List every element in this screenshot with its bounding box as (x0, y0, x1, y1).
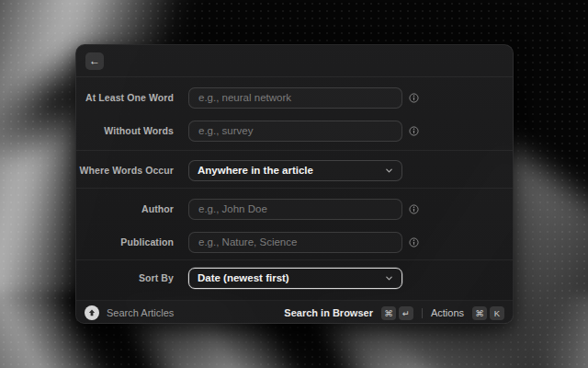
back-arrow-icon: ← (89, 55, 100, 66)
action-bar: Search Articles Search in Browser ⌘ ↵ Ac… (76, 301, 513, 324)
dropdown-value: Anywhere in the article (198, 165, 313, 176)
at-least-one-word-input[interactable] (188, 87, 402, 109)
cmd-key-badge: ⌘ (472, 306, 487, 320)
field-label: Author (76, 203, 174, 214)
field-label: Sort By (76, 272, 174, 283)
raycast-window: ← At Least One Word Without Words (75, 44, 514, 324)
chevron-down-icon (385, 167, 393, 175)
command-title: Search Articles (107, 307, 174, 318)
dropdown-value: Date (newest first) (198, 272, 289, 283)
form-row-at-least-one-word: At Least One Word (76, 81, 513, 114)
actions-menu-button[interactable]: Actions (431, 307, 464, 318)
back-button[interactable]: ← (85, 52, 104, 70)
window-header: ← (76, 45, 513, 77)
search-form: At Least One Word Without Words (76, 77, 513, 301)
where-words-occur-dropdown[interactable]: Anywhere in the article (188, 160, 402, 181)
sort-by-dropdown[interactable]: Date (newest first) (188, 268, 402, 289)
author-input[interactable] (188, 199, 402, 220)
field-label: Where Words Occur (76, 165, 174, 176)
form-row-author: Author (76, 192, 513, 225)
footer-divider (422, 308, 423, 318)
form-row-without-words: Without Words (76, 114, 513, 147)
form-group-sort: Sort By Date (newest first) (76, 260, 513, 301)
info-icon[interactable] (409, 126, 427, 136)
info-icon[interactable] (409, 93, 427, 103)
form-group-occurrence: Where Words Occur Anywhere in the articl… (76, 151, 513, 189)
return-key-badge: ↵ (399, 306, 413, 320)
screen: ← At Least One Word Without Words (0, 0, 588, 368)
search-in-browser-action[interactable]: Search in Browser (284, 307, 373, 318)
field-label: Publication (76, 236, 174, 247)
publication-input[interactable] (188, 232, 402, 253)
info-icon[interactable] (409, 204, 427, 214)
info-icon[interactable] (409, 237, 427, 247)
cmd-key-badge: ⌘ (381, 306, 396, 320)
form-group-keywords: At Least One Word Without Words (76, 77, 513, 151)
form-row-sort-by: Sort By Date (newest first) (76, 261, 513, 294)
form-group-source: Author Publication (76, 189, 513, 260)
field-label: Without Words (76, 125, 174, 136)
without-words-input[interactable] (188, 121, 402, 142)
k-key-badge: K (490, 306, 504, 320)
chevron-down-icon (385, 274, 393, 282)
field-label: At Least One Word (76, 92, 174, 103)
form-row-where-words-occur: Where Words Occur Anywhere in the articl… (76, 154, 513, 187)
form-row-publication: Publication (76, 225, 513, 259)
extension-icon (85, 305, 99, 320)
